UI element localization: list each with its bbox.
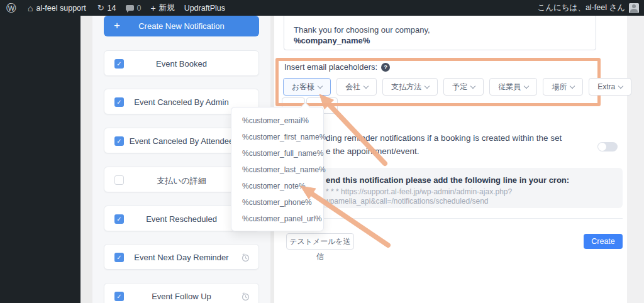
- comments-icon: [126, 5, 134, 11]
- insert-placeholders-label: Insert email placeholders:: [284, 62, 377, 72]
- comments-link[interactable]: 0: [126, 4, 142, 13]
- cron-url-line1: * * * https://support.al-feel.jp/wp-admi…: [326, 187, 512, 196]
- placeholder-group-appointment[interactable]: 予定: [443, 78, 484, 96]
- cron-info-box: end this notification please add the fol…: [286, 168, 623, 208]
- create-new-notification-button[interactable]: + Create New Notification: [104, 16, 259, 36]
- chevron-down-icon: [425, 83, 430, 88]
- placeholder-group-customer[interactable]: お客様: [283, 78, 331, 96]
- dropdown-item[interactable]: %customer_phone%: [231, 194, 323, 211]
- send-test-email-button[interactable]: テストメールを送信: [286, 233, 354, 250]
- notification-editor-panel: [274, 16, 627, 303]
- placeholder-group-extra[interactable]: Extra: [589, 78, 631, 96]
- user-greeting[interactable]: こんにちは、al-feel さん: [537, 3, 625, 13]
- placeholder-group-company[interactable]: 会社: [336, 78, 377, 96]
- chevron-down-icon: [364, 83, 369, 88]
- site-name-label: al-feel support: [36, 4, 86, 13]
- wp-admin-menu-collapsed: [0, 16, 80, 303]
- notification-item-event-follow-up[interactable]: ✓ Event Follow Up: [104, 283, 259, 303]
- email-body-line1: Thank you for choosing our company,: [294, 25, 596, 35]
- help-icon[interactable]: ?: [381, 63, 390, 72]
- new-content-link[interactable]: + 新規: [150, 3, 174, 13]
- updraftplus-link[interactable]: UpdraftPlus: [184, 4, 225, 13]
- new-content-label: 新規: [159, 3, 175, 13]
- notification-item-event-booked[interactable]: ✓ Event Booked: [104, 50, 259, 76]
- placeholder-group-employee[interactable]: 従業員: [489, 78, 537, 96]
- site-name-link[interactable]: ⌂ al-feel support: [28, 4, 86, 13]
- wp-admin-bar: Ⓦ ⌂ al-feel support ↻ 14 0 + 新規 UpdraftP…: [0, 0, 644, 16]
- placeholder-group-location[interactable]: 場所: [543, 78, 583, 96]
- cron-url-line2: wpamelia_api&call=/notifications/schedul…: [325, 197, 489, 206]
- wordpress-logo-icon[interactable]: Ⓦ: [6, 3, 16, 13]
- cron-instruction: end this notification please add the fol…: [326, 175, 569, 185]
- updates-icon: ↻: [97, 4, 104, 12]
- dropdown-item[interactable]: %customer_panel_url%: [231, 211, 323, 227]
- dropdown-item[interactable]: %customer_last_name%: [231, 162, 323, 178]
- chevron-down-icon: [524, 83, 529, 88]
- chevron-down-icon: [618, 83, 623, 88]
- dropdown-item[interactable]: %customer_first_name%: [231, 129, 323, 145]
- toggle-knob: [598, 143, 606, 151]
- app-window: Ⓦ ⌂ al-feel support ↻ 14 0 + 新規 UpdraftP…: [0, 0, 644, 303]
- customer-placeholder-dropdown: %customer_email% %customer_first_name% %…: [231, 107, 324, 231]
- updates-count: 14: [108, 4, 116, 13]
- plus-icon: +: [150, 4, 155, 13]
- footer-divider: [286, 218, 623, 219]
- chevron-down-icon: [570, 83, 575, 88]
- create-button[interactable]: Create: [584, 234, 623, 249]
- email-body-textarea[interactable]: Thank you for choosing our company, %com…: [284, 10, 596, 50]
- timer-icon: [241, 253, 250, 265]
- home-icon: ⌂: [28, 4, 33, 13]
- reminder-setting-text: ding reminder notifications if a booking…: [326, 131, 562, 158]
- notification-item-next-day-reminder[interactable]: ✓ Event Next Day Reminder: [104, 244, 259, 270]
- user-avatar[interactable]: [629, 3, 639, 13]
- dropdown-item[interactable]: %customer_email%: [231, 113, 323, 129]
- chevron-down-icon: [318, 83, 323, 88]
- page-gutter: [627, 16, 644, 303]
- dropdown-item[interactable]: %customer_full_name%: [231, 145, 323, 162]
- updates-link[interactable]: ↻ 14: [97, 4, 116, 13]
- chevron-down-icon: [470, 83, 475, 88]
- placeholder-group-payment[interactable]: 支払方法: [382, 78, 438, 96]
- reminder-toggle[interactable]: [597, 142, 618, 152]
- timer-icon: [241, 292, 250, 303]
- dropdown-item[interactable]: %customer_note%: [231, 178, 323, 194]
- comments-count: 0: [137, 4, 142, 13]
- email-body-placeholder: %company_name%: [294, 36, 370, 45]
